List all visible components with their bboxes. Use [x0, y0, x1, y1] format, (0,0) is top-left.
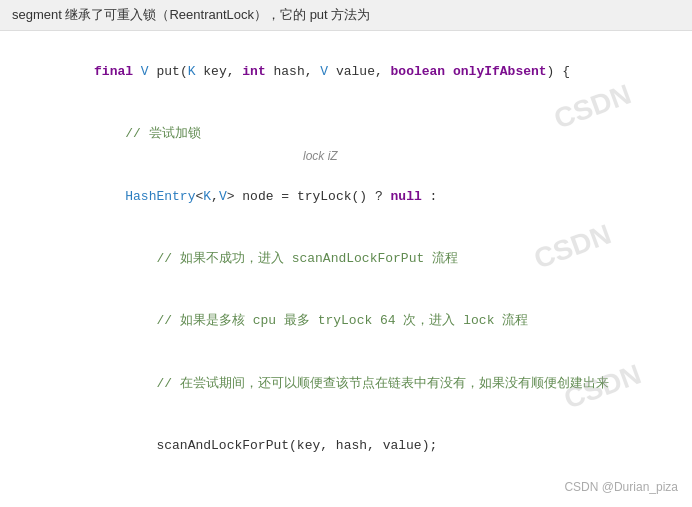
code-block: final V put(K key, int hash, V value, bo…	[16, 41, 676, 502]
code-line: // 如果不成功，进入 scanAndLockForPut 流程	[16, 228, 676, 290]
code-line: final V put(K key, int hash, V value, bo…	[16, 41, 676, 103]
code-line: // 如果是多核 cpu 最多 tryLock 64 次，进入 lock 流程	[16, 291, 676, 353]
code-line: // 执行到这里 segment 已经被成功加锁，可以安全执行	[16, 499, 676, 502]
code-line: scanAndLockForPut(key, hash, value);	[16, 415, 676, 477]
code-line: // 尝试加锁	[16, 103, 676, 165]
code-area: CSDN CSDN CSDN lock iZ final V put(K key…	[0, 31, 692, 502]
lock-annotation: lock iZ	[303, 149, 338, 163]
header-bar: segment 继承了可重入锁（ReentrantLock），它的 put 方法…	[0, 0, 692, 31]
header-text: segment 继承了可重入锁（ReentrantLock），它的 put 方法…	[12, 7, 370, 22]
footer-attribution: CSDN @Durian_piza	[564, 480, 678, 494]
code-line: // 在尝试期间，还可以顺便查该节点在链表中有没有，如果没有顺便创建出来	[16, 353, 676, 415]
code-line: HashEntry<K,V> node = tryLock() ? null :	[16, 166, 676, 228]
